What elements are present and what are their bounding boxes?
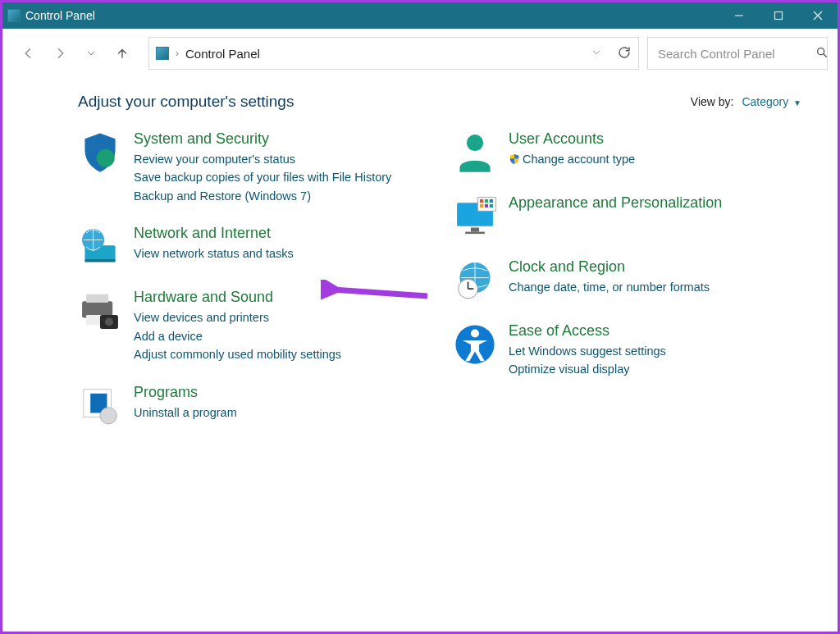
category-network-internet[interactable]: Network and Internet bbox=[134, 225, 294, 242]
category-ease-of-access[interactable]: Ease of Access bbox=[509, 322, 666, 340]
link-optimize-display[interactable]: Optimize visual display bbox=[509, 360, 666, 378]
monitor-apps-icon bbox=[453, 194, 497, 239]
view-by-label: View by: bbox=[691, 95, 734, 108]
category-clock-region[interactable]: Clock and Region bbox=[509, 258, 710, 276]
search-icon[interactable] bbox=[815, 46, 829, 62]
address-icon bbox=[156, 47, 169, 60]
link-suggest-settings[interactable]: Let Windows suggest settings bbox=[509, 342, 666, 360]
app-icon bbox=[7, 9, 21, 22]
svg-rect-21 bbox=[465, 232, 485, 235]
page-title: Adjust your computer's settings bbox=[78, 93, 294, 111]
programs-icon bbox=[78, 384, 122, 428]
view-by-selector[interactable]: View by: Category ▼ bbox=[691, 95, 801, 108]
breadcrumb[interactable]: Control Panel bbox=[185, 47, 260, 61]
link-add-device[interactable]: Add a device bbox=[134, 327, 341, 345]
svg-rect-25 bbox=[490, 199, 493, 203]
svg-rect-8 bbox=[84, 260, 115, 262]
link-change-date-time[interactable]: Change date, time, or number formats bbox=[509, 278, 710, 296]
printer-camera-icon bbox=[78, 289, 122, 333]
address-bar[interactable]: › Control Panel bbox=[148, 37, 639, 70]
search-box[interactable] bbox=[647, 37, 828, 70]
link-mobility-settings[interactable]: Adjust commonly used mobility settings bbox=[134, 345, 341, 363]
refresh-button[interactable] bbox=[617, 45, 632, 62]
forward-button[interactable] bbox=[48, 42, 71, 65]
window-title: Control Panel bbox=[25, 9, 95, 22]
svg-point-17 bbox=[100, 408, 116, 424]
shield-icon bbox=[78, 130, 122, 175]
view-by-value[interactable]: Category bbox=[742, 95, 788, 108]
svg-point-18 bbox=[467, 135, 483, 151]
svg-rect-1 bbox=[775, 12, 783, 20]
address-dropdown-icon[interactable] bbox=[591, 47, 602, 61]
close-button[interactable] bbox=[798, 2, 838, 29]
chevron-down-icon: ▼ bbox=[793, 98, 801, 107]
link-backup-restore[interactable]: Backup and Restore (Windows 7) bbox=[134, 187, 391, 205]
svg-rect-26 bbox=[480, 204, 483, 208]
svg-point-34 bbox=[471, 329, 479, 337]
category-appearance-personalization[interactable]: Appearance and Personalization bbox=[509, 194, 722, 212]
link-review-status[interactable]: Review your computer's status bbox=[134, 150, 391, 168]
globe-clock-icon bbox=[453, 258, 497, 303]
category-hardware-sound[interactable]: Hardware and Sound bbox=[134, 289, 341, 306]
link-change-account-type[interactable]: Change account type bbox=[509, 150, 635, 168]
minimize-button[interactable] bbox=[719, 2, 759, 29]
svg-rect-20 bbox=[471, 228, 479, 232]
category-user-accounts[interactable]: User Accounts bbox=[509, 130, 635, 148]
category-system-security[interactable]: System and Security bbox=[134, 130, 391, 148]
svg-point-14 bbox=[105, 318, 113, 326]
link-devices-printers[interactable]: View devices and printers bbox=[134, 308, 341, 326]
link-network-status[interactable]: View network status and tasks bbox=[134, 244, 294, 262]
window-titlebar: Control Panel bbox=[2, 2, 838, 29]
maximize-button[interactable] bbox=[759, 2, 798, 29]
svg-line-5 bbox=[824, 54, 826, 57]
link-uninstall-program[interactable]: Uninstall a program bbox=[134, 404, 237, 422]
user-icon bbox=[453, 130, 497, 175]
breadcrumb-chevron-icon: › bbox=[176, 48, 179, 59]
svg-rect-24 bbox=[485, 199, 488, 203]
category-programs[interactable]: Programs bbox=[134, 384, 237, 401]
globe-monitor-icon bbox=[78, 225, 122, 269]
link-file-history[interactable]: Save backup copies of your files with Fi… bbox=[134, 168, 391, 186]
up-button[interactable] bbox=[111, 42, 134, 65]
svg-rect-23 bbox=[480, 199, 483, 203]
accessibility-icon bbox=[453, 322, 497, 367]
back-button[interactable] bbox=[17, 42, 40, 65]
uac-shield-icon bbox=[509, 152, 520, 163]
recent-dropdown[interactable] bbox=[80, 42, 103, 65]
svg-rect-11 bbox=[86, 294, 108, 303]
search-input[interactable] bbox=[656, 46, 815, 62]
svg-rect-27 bbox=[485, 204, 488, 208]
svg-point-4 bbox=[818, 48, 824, 54]
nav-toolbar: › Control Panel bbox=[2, 29, 838, 73]
svg-point-6 bbox=[97, 149, 115, 167]
svg-rect-28 bbox=[490, 204, 493, 208]
